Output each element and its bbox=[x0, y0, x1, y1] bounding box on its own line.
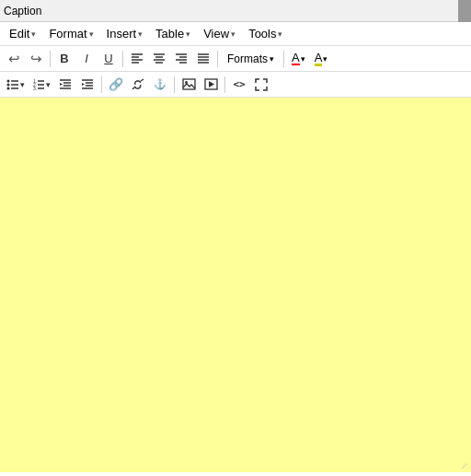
align-right-button[interactable] bbox=[171, 49, 191, 69]
align-left-icon bbox=[131, 52, 144, 65]
separator-5 bbox=[101, 76, 102, 93]
svg-marker-37 bbox=[82, 83, 85, 86]
outdent-icon bbox=[59, 78, 72, 91]
svg-point-18 bbox=[7, 87, 10, 89]
link-button[interactable]: 🔗 bbox=[106, 75, 126, 95]
media-button[interactable] bbox=[201, 75, 221, 95]
title-bar: Caption bbox=[0, 0, 471, 22]
svg-marker-32 bbox=[60, 83, 63, 86]
fullscreen-button[interactable] bbox=[251, 75, 271, 95]
unlink-icon bbox=[132, 78, 144, 91]
indent-button[interactable] bbox=[77, 75, 98, 95]
anchor-icon: ⚓ bbox=[154, 78, 167, 90]
menu-table[interactable]: Table ▾ bbox=[150, 25, 196, 42]
italic-button[interactable]: I bbox=[76, 49, 97, 69]
title-label: Caption bbox=[4, 5, 41, 17]
align-justify-icon bbox=[197, 52, 210, 65]
highlight-arrow-icon: ▾ bbox=[323, 54, 327, 64]
image-button[interactable] bbox=[178, 75, 199, 95]
code-icon: <> bbox=[233, 78, 245, 90]
menu-tools[interactable]: Tools ▾ bbox=[243, 25, 288, 42]
bold-label: B bbox=[60, 52, 68, 65]
menu-tools-arrow: ▾ bbox=[278, 29, 282, 39]
formats-arrow-icon: ▾ bbox=[270, 54, 274, 64]
menu-insert-arrow: ▾ bbox=[138, 29, 143, 39]
title-scrollbar[interactable] bbox=[458, 0, 471, 22]
svg-marker-43 bbox=[209, 81, 214, 87]
code-button[interactable]: <> bbox=[229, 75, 249, 95]
image-icon bbox=[182, 78, 196, 90]
menu-format-arrow: ▾ bbox=[89, 29, 94, 39]
numbered-list-icon: 1. 2. 3. bbox=[32, 78, 45, 91]
bold-button[interactable]: B bbox=[54, 49, 75, 69]
italic-label: I bbox=[85, 52, 88, 65]
unlink-button[interactable] bbox=[128, 75, 148, 95]
undo-button[interactable]: ↩ bbox=[4, 49, 24, 69]
resize-handle[interactable]: ⟋ bbox=[460, 461, 469, 470]
separator-3 bbox=[217, 51, 218, 67]
menu-edit-arrow: ▾ bbox=[31, 29, 36, 39]
menu-edit[interactable]: Edit ▾ bbox=[4, 25, 41, 42]
numbered-list-button[interactable]: 1. 2. 3. ▾ bbox=[29, 75, 53, 95]
outdent-button[interactable] bbox=[55, 75, 75, 95]
menu-bar: Edit ▾ Format ▾ Insert ▾ Table ▾ View ▾ … bbox=[0, 22, 471, 46]
anchor-button[interactable]: ⚓ bbox=[150, 75, 170, 95]
formats-label: Formats bbox=[227, 52, 268, 65]
svg-point-17 bbox=[7, 83, 10, 86]
toolbar-row-1: ↩ ↪ B I U bbox=[0, 46, 471, 72]
separator-2 bbox=[122, 51, 123, 67]
svg-point-41 bbox=[185, 81, 188, 84]
separator-1 bbox=[50, 51, 51, 67]
svg-rect-40 bbox=[183, 79, 195, 89]
separator-4 bbox=[283, 51, 284, 67]
font-color-label: A bbox=[292, 52, 300, 65]
highlight-button[interactable]: A ▾ bbox=[311, 49, 332, 69]
indent-icon bbox=[81, 78, 94, 91]
align-left-button[interactable] bbox=[127, 49, 147, 69]
bullet-list-arrow: ▾ bbox=[20, 80, 25, 89]
svg-line-38 bbox=[132, 87, 135, 89]
redo-button[interactable]: ↪ bbox=[26, 49, 46, 69]
toolbar-row-2: ▾ 1. 2. 3. ▾ bbox=[0, 72, 471, 98]
undo-icon: ↩ bbox=[8, 51, 20, 67]
highlight-label: A bbox=[315, 52, 323, 66]
bullet-list-button[interactable]: ▾ bbox=[4, 75, 28, 95]
font-color-button[interactable]: A ▾ bbox=[288, 49, 309, 68]
menu-view-arrow: ▾ bbox=[231, 29, 236, 39]
fullscreen-icon bbox=[255, 78, 268, 91]
redo-icon: ↪ bbox=[30, 51, 42, 67]
svg-line-39 bbox=[141, 79, 144, 81]
font-color-arrow-icon: ▾ bbox=[301, 54, 305, 64]
menu-view[interactable]: View ▾ bbox=[198, 25, 241, 42]
align-center-button[interactable] bbox=[149, 49, 169, 69]
numbered-list-arrow: ▾ bbox=[46, 80, 51, 89]
align-right-icon bbox=[175, 52, 188, 65]
align-center-icon bbox=[153, 52, 166, 65]
underline-button[interactable]: U bbox=[98, 49, 119, 69]
separator-6 bbox=[174, 76, 175, 93]
editor-area[interactable]: ⟋ bbox=[0, 98, 471, 472]
menu-table-arrow: ▾ bbox=[186, 29, 190, 39]
media-icon bbox=[204, 78, 218, 90]
menu-insert[interactable]: Insert ▾ bbox=[101, 25, 149, 42]
bullet-list-icon bbox=[6, 78, 19, 91]
svg-text:3.: 3. bbox=[33, 86, 37, 91]
link-icon: 🔗 bbox=[109, 77, 123, 91]
svg-point-16 bbox=[7, 79, 10, 82]
formats-dropdown[interactable]: Formats ▾ bbox=[222, 50, 280, 68]
align-justify-button[interactable] bbox=[193, 49, 213, 69]
underline-label: U bbox=[104, 52, 112, 65]
separator-7 bbox=[224, 76, 225, 93]
menu-format[interactable]: Format ▾ bbox=[43, 25, 98, 42]
